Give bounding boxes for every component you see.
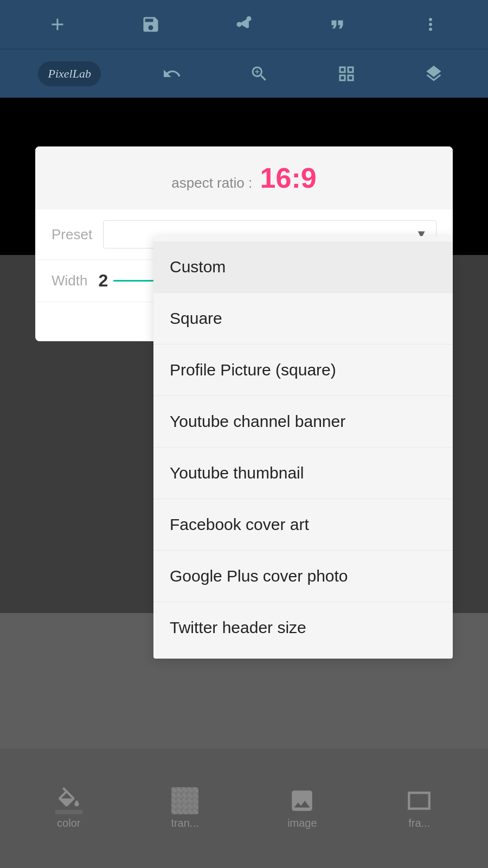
dropdown-item-facebook[interactable]: Facebook cover art xyxy=(153,499,453,551)
pixellab-logo[interactable]: PixelLab xyxy=(38,61,100,86)
preset-label: Preset xyxy=(52,226,92,243)
layers-icon[interactable] xyxy=(418,58,450,90)
add-icon[interactable] xyxy=(41,8,74,41)
toolbar-top xyxy=(0,0,488,49)
dropdown-item-twitter[interactable]: Twitter header size xyxy=(153,602,453,653)
zoom-in-icon[interactable] xyxy=(243,58,275,90)
aspect-ratio-row: aspect ratio : 16:9 xyxy=(35,146,453,209)
aspect-ratio-dialog: aspect ratio : 16:9 Preset ▼ Width 2 STR… xyxy=(35,146,453,341)
dropdown-item-googleplus[interactable]: Google Plus cover photo xyxy=(153,551,453,602)
toolbar-second: PixelLab xyxy=(0,49,488,98)
width-value: 2 xyxy=(98,271,108,291)
more-icon[interactable] xyxy=(414,8,447,41)
dropdown-item-youtube-thumbnail[interactable]: Youtube thumbnail xyxy=(153,448,453,499)
quote-icon[interactable] xyxy=(321,8,354,41)
aspect-ratio-label: aspect ratio : xyxy=(171,175,252,191)
dropdown-item-custom[interactable]: Custom xyxy=(153,241,453,293)
save-icon[interactable] xyxy=(134,8,167,41)
share-icon[interactable] xyxy=(228,8,260,41)
dropdown-item-youtube-banner[interactable]: Youtube channel banner xyxy=(153,396,453,448)
preset-dropdown-list: Custom Square Profile Picture (square) Y… xyxy=(153,236,453,659)
width-label: Width xyxy=(52,272,87,289)
dropdown-item-profile[interactable]: Profile Picture (square) xyxy=(153,344,453,396)
grid-icon[interactable] xyxy=(330,58,363,90)
undo-icon[interactable] xyxy=(156,58,188,90)
aspect-ratio-value: 16:9 xyxy=(260,162,317,194)
dropdown-item-square[interactable]: Square xyxy=(153,293,453,344)
